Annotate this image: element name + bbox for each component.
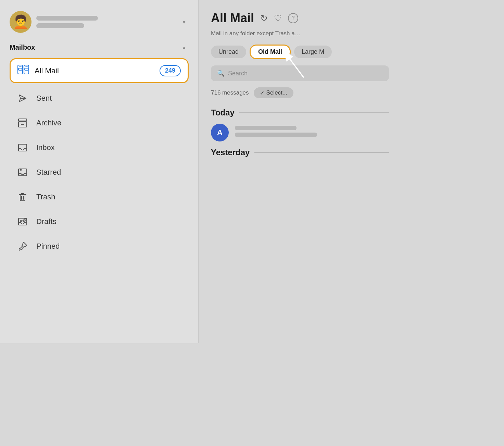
- chevron-down-icon[interactable]: ▾: [179, 17, 189, 27]
- inbox-icon: [16, 141, 29, 154]
- sent-label: Sent: [36, 94, 52, 103]
- message-count: 716 messages: [211, 89, 249, 96]
- yesterday-section-header: Yesterday: [211, 148, 389, 157]
- main-subtitle: Mail in any folder except Trash a…: [211, 30, 389, 37]
- starred-icon: [16, 166, 29, 178]
- sent-icon: [16, 92, 29, 104]
- sidebar: 🧑‍🦱 ▾ Mailbox ▴ All Mail 249: [0, 0, 199, 343]
- help-icon[interactable]: ?: [288, 13, 298, 23]
- count-row: 716 messages ✓ Select...: [211, 87, 389, 98]
- yesterday-divider: [254, 152, 389, 153]
- select-button[interactable]: ✓ Select...: [254, 87, 293, 98]
- search-bar[interactable]: 🔍 Search: [211, 65, 389, 81]
- chevron-up-icon[interactable]: ▴: [179, 42, 189, 52]
- starred-label: Starred: [36, 168, 61, 177]
- inbox-label: Inbox: [36, 143, 55, 152]
- sender-avatar-a: A: [211, 124, 229, 141]
- large-mail-filter[interactable]: Large M: [294, 46, 332, 58]
- mail-subject-line: [235, 133, 317, 137]
- old-mail-filter[interactable]: Old Mail: [250, 45, 291, 59]
- today-divider: [239, 112, 389, 113]
- all-mail-label: All Mail: [35, 66, 154, 75]
- archive-icon: [16, 117, 29, 129]
- avatar: 🧑‍🦱: [10, 11, 32, 33]
- pinned-nav-item[interactable]: Pinned: [10, 234, 189, 259]
- search-icon: 🔍: [217, 70, 225, 77]
- mailbox-header: Mailbox ▴: [10, 42, 189, 52]
- drafts-nav-item[interactable]: Drafts: [10, 209, 189, 234]
- trash-nav-item[interactable]: Trash: [10, 185, 189, 209]
- main-panel: All Mail ↻ ♡ ? Mail in any folder except…: [199, 0, 401, 343]
- svg-rect-13: [20, 195, 25, 201]
- svg-rect-7: [18, 119, 27, 121]
- select-label: Select...: [266, 89, 287, 96]
- search-placeholder: Search: [228, 70, 248, 77]
- filter-row: Unread Old Mail Large M: [211, 45, 389, 59]
- mail-item[interactable]: A: [211, 124, 389, 141]
- mail-sender-line: [235, 126, 297, 130]
- drafts-label: Drafts: [36, 217, 56, 226]
- refresh-icon[interactable]: ↻: [260, 13, 268, 24]
- checkmark-icon: ✓: [260, 90, 264, 96]
- trash-icon: [16, 191, 29, 203]
- archive-label: Archive: [36, 119, 61, 127]
- pinned-icon: [16, 240, 29, 252]
- main-title: All Mail: [211, 11, 254, 25]
- pinned-label: Pinned: [36, 242, 60, 251]
- unread-filter[interactable]: Unread: [211, 46, 246, 58]
- unread-badge: 249: [160, 65, 181, 76]
- today-section-header: Today: [211, 108, 389, 117]
- svg-rect-2: [18, 68, 22, 70]
- today-label: Today: [211, 108, 235, 117]
- inbox-nav-item[interactable]: Inbox: [10, 135, 189, 160]
- heart-icon[interactable]: ♡: [274, 13, 282, 24]
- sent-nav-item[interactable]: Sent: [10, 86, 189, 111]
- mailbox-label: Mailbox: [10, 44, 35, 51]
- trash-label: Trash: [36, 193, 55, 201]
- profile-subtitle-line: [36, 23, 84, 28]
- starred-nav-item[interactable]: Starred: [10, 160, 189, 185]
- mail-content: [235, 126, 389, 139]
- all-mail-item[interactable]: All Mail 249: [10, 58, 189, 83]
- profile-name-line: [36, 16, 98, 21]
- archive-nav-item[interactable]: Archive: [10, 111, 189, 135]
- svg-rect-3: [25, 68, 28, 70]
- drafts-icon: [16, 215, 29, 228]
- main-header: All Mail ↻ ♡ ?: [211, 11, 389, 25]
- yesterday-label: Yesterday: [211, 148, 250, 157]
- all-mail-icon: [17, 65, 29, 77]
- profile-text: [36, 16, 174, 28]
- profile-row: 🧑‍🦱 ▾: [10, 11, 189, 33]
